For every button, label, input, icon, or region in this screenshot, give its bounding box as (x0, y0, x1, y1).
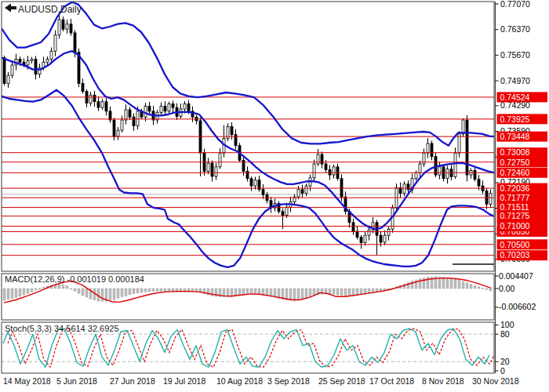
candles (3, 15, 492, 255)
macd-histogram-bar (454, 279, 456, 289)
candle-up (54, 35, 56, 52)
chart-window: 0.770700.763700.756700.749700.742900.735… (0, 0, 549, 392)
macd-histogram-bar (152, 289, 155, 292)
macd-histogram-bar (15, 289, 17, 297)
candle-down (74, 33, 76, 53)
candle-up (364, 235, 366, 242)
macd-histogram-bar (74, 289, 76, 291)
level-tag-text: 0.73448 (500, 132, 530, 141)
candle-down (187, 103, 190, 111)
candle-up (121, 120, 123, 130)
candle-down (164, 106, 166, 111)
arrow-icon (5, 4, 16, 13)
candle-up (207, 163, 209, 171)
macd-histogram-bar (78, 289, 80, 293)
candle-up (168, 103, 170, 111)
candle-up (462, 120, 464, 134)
candle-up (427, 143, 429, 153)
chart-canvas[interactable]: 0.770700.763700.756700.749700.742900.735… (0, 0, 549, 392)
macd-histogram-bar (35, 289, 37, 290)
macd-histogram-bar (474, 286, 476, 289)
axis-tick-label: 0.76370 (500, 24, 530, 34)
candle-up (11, 65, 13, 75)
candle-down (148, 106, 151, 111)
date-label: 30 Nov 2018 (472, 376, 519, 386)
macd-histogram-bar (113, 289, 115, 299)
panel-border (2, 322, 494, 373)
macd-histogram-bar (11, 289, 13, 299)
candle-down (407, 184, 409, 190)
macd-histogram-bar (446, 278, 449, 289)
candle-up (144, 106, 147, 117)
candle-up (313, 164, 315, 178)
macd-histogram-bar (485, 289, 488, 290)
macd-histogram-bar (231, 289, 233, 296)
candle-up (117, 130, 119, 136)
level-tags: 0.702030.705000.708500.710000.712750.715… (497, 92, 548, 260)
stoch-panel[interactable] (2, 328, 494, 367)
macd-histogram-bar (144, 289, 147, 292)
candle-down (97, 102, 100, 107)
candle-down (172, 103, 174, 107)
candle-up (489, 193, 492, 204)
macd-histogram-bar (70, 289, 72, 289)
macd-histogram-bar (3, 289, 5, 300)
level-tag-text: 0.70500 (500, 240, 530, 249)
macd-histogram-bar (117, 289, 119, 299)
macd-histogram-bar (58, 284, 60, 289)
macd-histogram-bar (7, 289, 9, 299)
candle-up (46, 60, 49, 63)
candle-down (211, 163, 213, 176)
candle-up (254, 180, 256, 186)
candle-down (301, 190, 304, 194)
candle-up (384, 235, 386, 242)
macd-histogram-bar (301, 289, 304, 299)
candle-down (380, 235, 382, 242)
macd-histogram-bar (160, 289, 162, 292)
candle-up (27, 60, 29, 65)
candle-up (50, 51, 53, 59)
macd-axis-label: -0.006602 (499, 302, 536, 311)
candle-up (403, 184, 405, 194)
candle-up (419, 164, 421, 172)
stoch-axis-label: 20 (500, 357, 510, 366)
price-panel[interactable] (2, 2, 494, 267)
axis-tick-label: 0.75670 (500, 50, 530, 60)
candle-down (262, 190, 264, 195)
macd-histogram-bar (336, 289, 339, 295)
level-tag-text: 0.72460 (500, 168, 530, 177)
macd-histogram-bar (156, 289, 158, 292)
candle-down (321, 154, 323, 164)
bb-upper-band (2, 2, 494, 146)
candle-up (285, 207, 288, 215)
macd-axis-label: 0.00 (499, 284, 515, 293)
macd-histogram-bar (411, 281, 413, 289)
macd-histogram-bar (262, 289, 264, 295)
macd-histogram-bar (85, 289, 88, 297)
candle-up (305, 186, 307, 193)
macd-histogram-bar (442, 278, 445, 289)
macd-histogram-bar (238, 289, 241, 295)
candle-down (3, 58, 5, 84)
macd-histogram-bar (235, 289, 237, 296)
candle-up (31, 60, 33, 61)
macd-panel[interactable] (3, 277, 492, 303)
candle-up (317, 154, 319, 164)
macd-axis-label: 0.004407 (499, 271, 533, 281)
macd-histogram-bar (125, 289, 127, 296)
macd-histogram-bar (258, 289, 260, 294)
macd-histogram-bar (31, 289, 33, 292)
macd-histogram-bar (62, 285, 64, 289)
time-axis[interactable]: 14 May 20185 Jun 201827 Jun 201819 Jul 2… (3, 376, 519, 386)
date-label: 8 Nov 2018 (422, 376, 464, 386)
date-label: 17 Oct 2018 (369, 376, 414, 386)
date-label: 19 Jul 2018 (163, 376, 205, 386)
candle-down (70, 24, 72, 33)
macd-histogram-bar (344, 289, 347, 296)
macd-histogram-bar (466, 283, 468, 289)
candle-down (62, 20, 64, 29)
candle-up (438, 167, 441, 175)
level-tag-text: 0.74524 (500, 93, 530, 102)
macd-histogram-bar (309, 289, 311, 297)
date-label: 27 Jun 2018 (110, 376, 155, 386)
